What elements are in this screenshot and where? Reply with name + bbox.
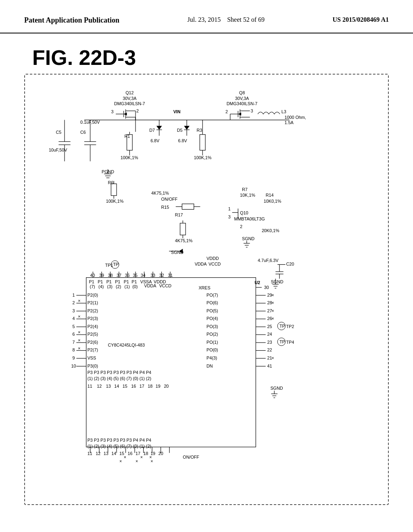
svg-text:P3  P3  P3  P3  P3  P3  P3  P4: P3 P3 P3 P3 P3 P3 P3 P4 P4 P4 [88, 370, 151, 375]
svg-text:×: × [140, 455, 143, 459]
svg-text:TP: TP [113, 262, 119, 267]
svg-text:6.8V: 6.8V [178, 138, 188, 143]
svg-text:PO(1): PO(1) [206, 340, 218, 345]
header-date: Jul. 23, 2015 [187, 16, 221, 23]
svg-text:R7: R7 [242, 187, 248, 192]
svg-text:D7: D7 [149, 128, 155, 133]
svg-text:L3: L3 [282, 109, 286, 114]
svg-text:17: 17 [140, 384, 144, 389]
svg-marker-54 [156, 126, 162, 130]
svg-text:41: 41 [267, 364, 272, 368]
svg-text:10K0,1%: 10K0,1% [264, 199, 282, 204]
svg-text:P1: P1 [89, 279, 94, 284]
svg-text:1000 Ohm,: 1000 Ohm, [285, 115, 306, 120]
svg-text:P1: P1 [98, 279, 103, 284]
svg-text:20K0,1%: 20K0,1% [262, 228, 280, 233]
svg-text:4K75,1%: 4K75,1% [175, 238, 193, 243]
circuit-svg: text { font-family: Arial, sans-serif; f… [29, 79, 384, 500]
svg-text:PO(4): PO(4) [206, 316, 218, 321]
svg-text:P3  P3  P3  P3  P3  P3  P3  P4: P3 P3 P3 P3 P3 P3 P3 P4 P4 P4 [88, 438, 151, 443]
svg-text:DMG340ILSN-7: DMG340ILSN-7 [227, 101, 257, 106]
svg-text:×: × [78, 314, 80, 319]
svg-text:C5: C5 [56, 130, 61, 135]
svg-text:C6: C6 [80, 130, 86, 135]
svg-text:23: 23 [267, 340, 272, 345]
svg-text:D5: D5 [177, 128, 183, 133]
svg-text:40: 40 [90, 273, 95, 278]
svg-text:36: 36 [125, 273, 130, 278]
svg-text:CY8C4245LQI-483: CY8C4245LQI-483 [108, 343, 145, 347]
svg-text:R14: R14 [266, 193, 274, 197]
svg-text:15: 15 [123, 384, 127, 389]
svg-text:SGND: SGND [270, 386, 283, 391]
svg-text:12: 12 [97, 384, 102, 389]
svg-text:30V,3A: 30V,3A [235, 96, 249, 101]
svg-text:7: 7 [73, 340, 75, 345]
svg-text:×: × [136, 459, 138, 463]
svg-text:TP: TP [280, 339, 285, 344]
svg-text:1.5A: 1.5A [285, 120, 294, 125]
svg-text:PO(2): PO(2) [206, 332, 218, 337]
svg-text:P1: P1 [124, 279, 129, 284]
svg-text:19: 19 [156, 384, 161, 389]
svg-text:VCCD: VCCD [159, 283, 172, 288]
svg-text:14: 14 [114, 384, 119, 389]
svg-text:PO(5): PO(5) [206, 308, 218, 313]
svg-text:6.8V: 6.8V [150, 138, 160, 143]
svg-text:PO(7): PO(7) [206, 293, 218, 297]
svg-text:(1): (1) [125, 284, 130, 289]
svg-text:C20: C20 [286, 262, 294, 266]
svg-text:16: 16 [127, 451, 132, 456]
svg-text:PO(3): PO(3) [206, 324, 218, 329]
svg-text:15: 15 [119, 451, 124, 456]
svg-text:30V,3A: 30V,3A [123, 96, 137, 101]
svg-text:R3: R3 [197, 128, 202, 133]
svg-text:P3(0): P3(0) [88, 364, 98, 368]
svg-text:13: 13 [106, 384, 111, 389]
svg-text:3: 3 [228, 214, 231, 219]
svg-text:VDDD: VDDD [206, 256, 219, 261]
svg-text:U2: U2 [254, 280, 260, 285]
svg-text:8: 8 [73, 347, 75, 352]
svg-text:4K75,1%: 4K75,1% [151, 191, 169, 195]
svg-text:P2(6): P2(6) [88, 340, 98, 345]
header-center-info: Jul. 23, 2015 Sheet 52 of 69 [187, 16, 265, 23]
svg-text:R17: R17 [175, 212, 183, 217]
svg-text:PO(6): PO(6) [206, 300, 218, 305]
svg-text:2: 2 [136, 108, 139, 113]
svg-text:×: × [271, 308, 274, 313]
svg-text:R6: R6 [108, 180, 114, 185]
svg-text:100K,1%: 100K,1% [121, 155, 138, 160]
svg-text:10K,1%: 10K,1% [240, 193, 255, 197]
svg-text:DMG340ILSN-7: DMG340ILSN-7 [114, 101, 145, 106]
svg-text:×: × [78, 330, 80, 335]
svg-text:18: 18 [144, 451, 148, 456]
svg-text:17: 17 [136, 451, 140, 456]
svg-text:VIN: VIN [173, 109, 181, 114]
svg-text:2: 2 [225, 109, 228, 114]
svg-marker-20 [238, 112, 241, 116]
svg-text:100K,1%: 100K,1% [194, 155, 212, 160]
svg-text:20: 20 [159, 451, 163, 456]
svg-text:1: 1 [228, 206, 231, 211]
svg-text:(1) (2) (3) (4) (5) (6) (7) (0: (1) (2) (3) (4) (5) (6) (7) (0) (1) (2) [88, 376, 151, 381]
svg-text:P4(3): P4(3) [206, 355, 217, 360]
figure-title: FIG. 22D-3 [32, 46, 413, 70]
svg-text:P1: P1 [131, 279, 137, 284]
header-sheet: Sheet 52 of 69 [227, 16, 265, 23]
svg-text:(7): (7) [90, 284, 95, 289]
svg-rect-71 [111, 184, 117, 195]
svg-text:×: × [271, 316, 274, 321]
svg-text:(3): (3) [107, 284, 113, 289]
svg-rect-66 [200, 135, 205, 150]
svg-marker-11 [124, 112, 127, 116]
svg-text:100K,1%: 100K,1% [106, 199, 124, 204]
svg-text:P2(1): P2(1) [88, 300, 98, 305]
svg-text:2: 2 [73, 300, 75, 305]
svg-rect-82 [180, 223, 186, 235]
svg-text:SGND: SGND [271, 279, 283, 284]
svg-text:ON/OFF: ON/OFF [183, 455, 199, 459]
svg-text:3: 3 [73, 308, 75, 313]
svg-text:4.7uF,6.3V: 4.7uF,6.3V [258, 258, 279, 263]
svg-text:3: 3 [251, 108, 253, 113]
